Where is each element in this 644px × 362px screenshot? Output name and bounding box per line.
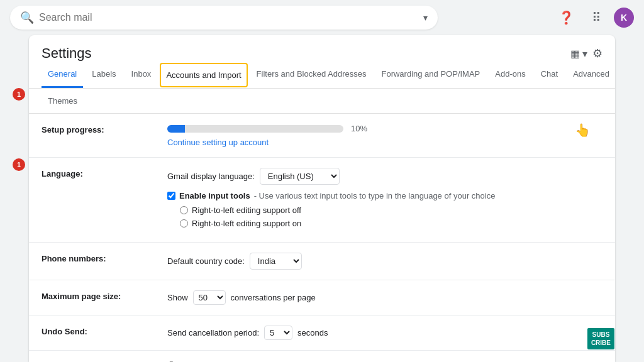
apps-button[interactable]: ⠿ (584, 5, 609, 30)
notification-badge-2: 1 (13, 158, 25, 171)
rtl-off-radio[interactable] (180, 206, 188, 214)
search-box[interactable]: 🔍 ▾ (10, 6, 438, 30)
notification-badge-1: 1 (13, 88, 25, 101)
per-page-label: conversations per page (231, 293, 316, 302)
search-dropdown-icon[interactable]: ▾ (423, 13, 428, 23)
undo-send-row: Undo Send: Send cancellation period: 5 1… (29, 315, 615, 351)
reply-behavior-row: Default reply behavior: Learn more Reply… (29, 351, 615, 362)
enable-input-tools-checkbox[interactable] (167, 192, 175, 200)
settings-panel: Settings ▦ ▾ ⚙ General Labels Inbox Acco… (29, 35, 615, 362)
tab-advanced[interactable]: Advanced (567, 62, 615, 88)
setup-row: Setup progress: 10% Continue setting up … (29, 114, 615, 158)
tab-forwarding[interactable]: Forwarding and POP/IMAP (375, 62, 486, 88)
continue-setup-link[interactable]: Continue setting up account (167, 138, 269, 147)
settings-header: Settings ▦ ▾ ⚙ (29, 35, 615, 62)
settings-tabs: General Labels Inbox Accounts and Import… (29, 62, 615, 89)
sub-tabs: Themes (29, 89, 615, 114)
language-select[interactable]: English (US) (260, 168, 340, 185)
subscribe-line1: SUBS (591, 331, 611, 339)
page-size-select[interactable]: 50 25 100 (193, 290, 226, 305)
search-input[interactable] (39, 12, 418, 23)
page-size-content: Show 50 25 100 conversations per page (167, 290, 602, 305)
tab-addons[interactable]: Add-ons (489, 62, 531, 88)
undo-send-label: Undo Send: (42, 326, 167, 336)
progress-bar-fill (167, 125, 185, 133)
progress-percent: 10% (351, 124, 367, 133)
sub-tab-themes[interactable]: Themes (42, 91, 84, 111)
phone-label: Phone numbers: (42, 253, 167, 263)
apps-icon: ⠿ (592, 10, 601, 25)
settings-icons: ▦ ▾ ⚙ (570, 47, 602, 60)
rtl-off-label: Right-to-left editing support off (192, 206, 301, 215)
phone-row: Phone numbers: Default country code: Ind… (29, 243, 615, 280)
cursor-pointer-icon: 👆 (575, 123, 591, 138)
search-icon: 🔍 (20, 11, 34, 25)
undo-content: Send cancellation period: 5 10 20 30 sec… (167, 326, 602, 340)
phone-content: Default country code: India (167, 253, 602, 270)
progress-bar-bg (167, 125, 343, 133)
page-size-label: Maximum page size: (42, 290, 167, 301)
view-icon[interactable]: ▦ ▾ (570, 48, 587, 60)
enable-tools-desc: - Use various text input tools to type i… (254, 191, 496, 200)
tab-inbox[interactable]: Inbox (125, 62, 158, 88)
help-button[interactable]: ❓ (553, 5, 579, 30)
settings-content: Setup progress: 10% Continue setting up … (29, 114, 615, 362)
tab-chat[interactable]: Chat (535, 62, 564, 88)
help-icon: ❓ (558, 10, 574, 25)
avatar[interactable]: K (614, 8, 634, 28)
show-label: Show (167, 293, 188, 302)
tab-filters[interactable]: Filters and Blocked Addresses (250, 62, 373, 88)
language-label: Language: (42, 168, 167, 178)
page-size-row: Maximum page size: Show 50 25 100 conver… (29, 280, 615, 315)
setup-content: 10% Continue setting up account (167, 124, 602, 147)
subscribe-line2: CRIBE (591, 339, 611, 347)
tab-accounts[interactable]: Accounts and Import (160, 63, 247, 87)
language-content: Gmail display language: English (US) Ena… (167, 168, 602, 232)
enable-tools-label: Enable input tools (179, 191, 250, 200)
display-language-label: Gmail display language: (167, 172, 255, 181)
seconds-label: seconds (297, 328, 328, 337)
cancellation-period-select[interactable]: 5 10 20 30 (264, 326, 292, 340)
top-bar-right: ❓ ⠿ K (553, 5, 634, 30)
rtl-on-label: Right-to-left editing support on (192, 219, 301, 228)
setup-label: Setup progress: (42, 124, 167, 134)
subscribe-badge[interactable]: SUBS CRIBE (587, 328, 614, 349)
tab-general[interactable]: General (42, 62, 83, 88)
gear-icon[interactable]: ⚙ (592, 47, 602, 60)
country-select[interactable]: India (250, 253, 302, 270)
language-row: Language: Gmail display language: Englis… (29, 158, 615, 243)
top-bar: 🔍 ▾ ❓ ⠿ K (0, 0, 644, 35)
cancellation-label: Send cancellation period: (167, 328, 259, 337)
settings-title: Settings (42, 45, 92, 62)
country-code-label: Default country code: (167, 256, 245, 266)
rtl-on-radio[interactable] (180, 219, 188, 228)
tab-labels[interactable]: Labels (86, 62, 122, 88)
